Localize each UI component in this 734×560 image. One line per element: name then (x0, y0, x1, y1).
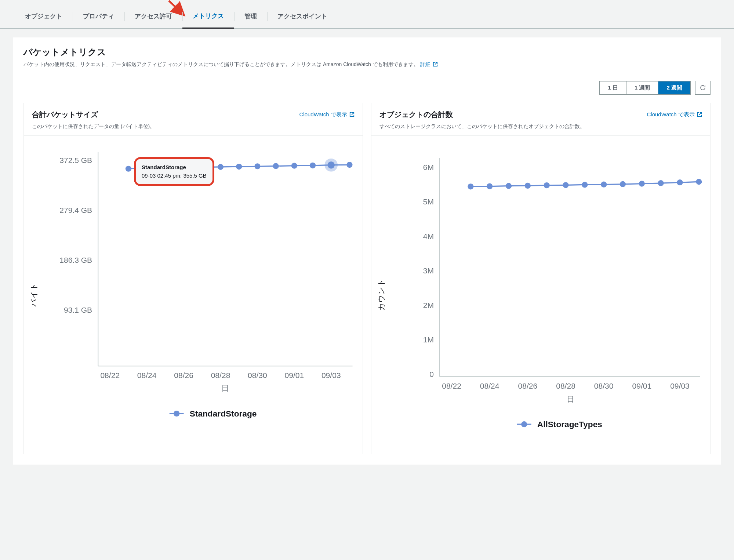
tab-management[interactable]: 管理 (234, 6, 267, 28)
svg-text:08/30: 08/30 (594, 382, 614, 390)
svg-point-21 (218, 164, 224, 170)
svg-point-64 (521, 421, 527, 427)
svg-point-54 (544, 182, 550, 188)
range-2-weeks[interactable]: 2 週間 (658, 81, 690, 94)
tab-objects[interactable]: オブジェクト (15, 6, 73, 28)
svg-text:186.3 GB: 186.3 GB (59, 256, 92, 264)
svg-point-26 (310, 163, 316, 168)
svg-point-55 (563, 182, 568, 188)
svg-text:09/03: 09/03 (321, 371, 341, 379)
chart-tooltip: StandardStorage 09-03 02:45 pm: 355.5 GB (134, 157, 214, 186)
chart-bucket-size: バイト 372.5 GB 279.4 GB 186.3 GB 93.1 GB 0… (27, 140, 360, 449)
svg-point-28 (346, 162, 352, 168)
range-1-day[interactable]: 1 日 (600, 81, 626, 94)
time-range-controls: 1 日 1 週間 2 週間 (13, 75, 721, 101)
card-subtitle: すべてのストレージクラスにおいて、このバケットに保存されたオブジェクトの合計数。 (379, 123, 702, 130)
svg-point-57 (601, 182, 607, 188)
svg-point-50 (468, 184, 473, 190)
svg-point-59 (639, 181, 645, 187)
svg-text:08/26: 08/26 (174, 371, 193, 379)
svg-text:6M: 6M (423, 163, 434, 171)
svg-point-52 (506, 183, 512, 189)
card-object-count: オブジェクトの合計数 CloudWatch で表示 すべてのストレージクラスにお… (371, 103, 711, 454)
svg-text:08/30: 08/30 (248, 371, 267, 379)
page-header: バケットメトリクス バケット内の使用状況、リクエスト、データ転送アクティビティの… (13, 37, 721, 75)
svg-point-22 (236, 164, 242, 170)
svg-text:08/22: 08/22 (442, 382, 461, 390)
svg-text:2M: 2M (423, 301, 434, 309)
svg-text:08/22: 08/22 (100, 371, 120, 379)
tab-permissions[interactable]: アクセス許可 (124, 6, 182, 28)
svg-text:09/01: 09/01 (632, 382, 651, 390)
svg-point-23 (254, 164, 260, 170)
range-1-week[interactable]: 1 週間 (626, 81, 659, 94)
svg-text:09/01: 09/01 (284, 371, 304, 379)
tooltip-value: 09-03 02:45 pm: 355.5 GB (142, 172, 207, 180)
refresh-icon (700, 84, 706, 91)
card-title: 合計バケットサイズ (32, 110, 98, 120)
svg-point-25 (291, 163, 297, 169)
svg-point-24 (273, 163, 279, 169)
tab-metrics[interactable]: メトリクス (182, 5, 234, 29)
svg-text:08/26: 08/26 (518, 382, 538, 390)
svg-point-56 (582, 182, 588, 188)
external-link-icon (697, 112, 702, 118)
svg-text:08/24: 08/24 (137, 371, 157, 379)
svg-point-61 (677, 179, 683, 185)
svg-point-27 (328, 161, 335, 168)
svg-text:08/28: 08/28 (211, 371, 230, 379)
svg-text:1M: 1M (423, 335, 434, 344)
svg-text:日: 日 (221, 384, 229, 393)
svg-text:StandardStorage: StandardStorage (190, 409, 257, 419)
svg-point-51 (487, 183, 493, 189)
svg-text:09/03: 09/03 (670, 382, 690, 390)
tab-access-points[interactable]: アクセスポイント (267, 6, 338, 28)
tooltip-series-name: StandardStorage (142, 163, 207, 172)
svg-text:5M: 5M (423, 197, 434, 206)
tab-bar: オブジェクト プロパティ アクセス許可 メトリクス 管理 アクセスポイント (0, 5, 734, 29)
svg-text:3M: 3M (423, 266, 434, 275)
chart-object-count: カウント 6M 5M 4M 3M 2M 1M 0 08/22 08/24 (374, 140, 707, 449)
refresh-button[interactable] (695, 81, 711, 95)
svg-text:カウント: カウント (377, 279, 385, 311)
svg-text:日: 日 (567, 395, 574, 403)
svg-point-58 (620, 181, 626, 187)
card-subtitle: このバケットに保存されたデータの量 (バイト単位)。 (32, 123, 355, 130)
svg-text:08/24: 08/24 (480, 382, 499, 390)
cloudwatch-link[interactable]: CloudWatch で表示 (647, 111, 702, 118)
page-title: バケットメトリクス (23, 46, 711, 58)
svg-text:0: 0 (429, 370, 434, 378)
svg-text:4M: 4M (423, 232, 434, 240)
external-link-icon (433, 61, 438, 69)
svg-text:279.4 GB: 279.4 GB (59, 206, 92, 214)
learn-more-link[interactable]: 詳細 (420, 61, 438, 67)
svg-point-30 (174, 411, 179, 417)
page-description: バケット内の使用状況、リクエスト、データ転送アクティビティのメトリクスについて掘… (23, 61, 419, 67)
external-link-icon (349, 112, 355, 118)
svg-text:372.5 GB: 372.5 GB (59, 156, 92, 164)
card-bucket-size: 合計バケットサイズ CloudWatch で表示 このバケットに保存されたデータ… (23, 103, 363, 454)
card-title: オブジェクトの合計数 (379, 110, 453, 120)
svg-text:93.1 GB: 93.1 GB (64, 306, 92, 314)
svg-text:バイト: バイト (29, 283, 38, 307)
svg-point-53 (525, 183, 531, 189)
svg-point-60 (658, 180, 664, 186)
svg-point-62 (696, 179, 702, 185)
svg-point-16 (126, 166, 131, 172)
svg-text:AllStorageTypes: AllStorageTypes (537, 420, 602, 429)
tab-properties[interactable]: プロパティ (73, 6, 124, 28)
cloudwatch-link[interactable]: CloudWatch で表示 (299, 111, 355, 118)
time-range-segmented: 1 日 1 週間 2 週間 (599, 81, 691, 95)
svg-text:08/28: 08/28 (556, 382, 575, 390)
